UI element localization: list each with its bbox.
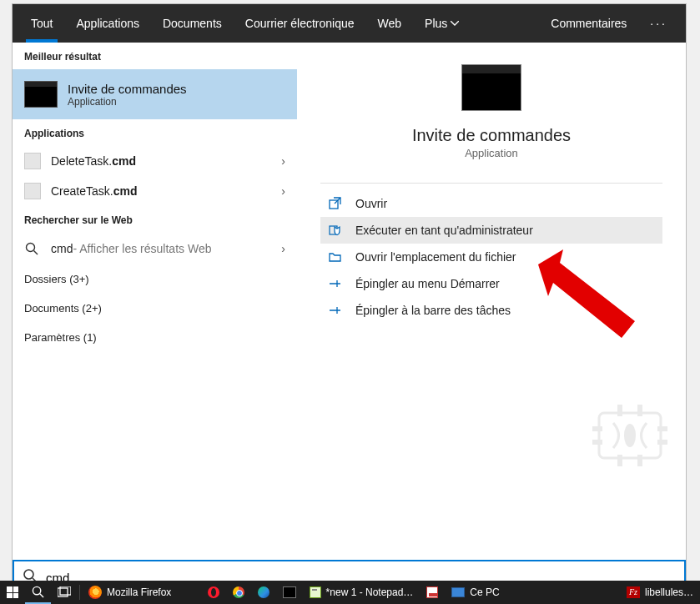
web-search-query: cmd	[51, 242, 73, 255]
taskbar-opera[interactable]	[201, 581, 226, 604]
opera-icon	[208, 586, 219, 598]
filezilla-icon: Fz	[627, 586, 640, 598]
taskbar-chrome[interactable]	[226, 581, 251, 604]
pin-icon	[327, 304, 344, 317]
chevron-right-icon[interactable]: ›	[281, 154, 285, 168]
task-view-button[interactable]	[51, 581, 78, 604]
divider	[320, 183, 662, 184]
tab-email[interactable]: Courrier électronique	[234, 4, 366, 43]
svg-rect-8	[657, 440, 667, 445]
more-options-button[interactable]: ···	[638, 17, 679, 30]
apps-header: Applications	[13, 119, 297, 146]
folder-icon	[327, 250, 344, 264]
action-pin-taskbar-label: Épingler à la barre des tâches	[355, 304, 511, 317]
action-pin-taskbar[interactable]: Épingler à la barre des tâches	[320, 297, 662, 324]
app-result-createtask[interactable]: CreateTask.cmd ›	[13, 176, 297, 206]
action-open[interactable]: Ouvrir	[320, 190, 662, 217]
action-run-as-admin[interactable]: Exécuter en tant qu'administrateur	[320, 217, 662, 244]
edge-icon	[258, 586, 269, 598]
tab-documents[interactable]: Documents	[151, 4, 234, 43]
task-view-icon	[58, 586, 71, 598]
search-icon	[32, 586, 44, 598]
taskbar-separator	[79, 585, 80, 600]
svg-point-0	[27, 244, 35, 252]
chevron-right-icon[interactable]: ›	[281, 184, 285, 198]
web-search-header: Rechercher sur le Web	[13, 206, 297, 233]
svg-rect-5	[592, 426, 602, 431]
chevron-down-icon	[451, 21, 459, 26]
svg-rect-9	[617, 405, 622, 416]
filter-tabbar: Tout Applications Documents Courrier éle…	[13, 4, 686, 43]
svg-rect-4	[599, 413, 661, 458]
tab-applications[interactable]: Applications	[64, 4, 151, 43]
taskbar-this-pc-label: Ce PC	[470, 586, 499, 598]
svg-point-15	[24, 570, 33, 579]
taskbar-cmd[interactable]	[276, 581, 303, 604]
chrome-icon	[233, 586, 244, 598]
tab-more-label: Plus	[425, 17, 447, 30]
svg-rect-11	[617, 455, 622, 466]
action-open-label: Ouvrir	[355, 197, 387, 210]
best-match-header: Meilleur résultat	[13, 43, 297, 69]
start-button[interactable]	[0, 581, 25, 604]
taskbar-filezilla[interactable]: Fz libellules…	[620, 581, 700, 604]
app-result-deletetask[interactable]: DeleteTask.cmd ›	[13, 146, 297, 176]
tab-more[interactable]: Plus	[413, 4, 471, 43]
taskbar-edge[interactable]	[251, 581, 276, 604]
this-pc-icon	[451, 587, 465, 597]
taskbar-firefox[interactable]: Mozilla Firefox	[82, 581, 178, 604]
taskbar-file[interactable]	[420, 581, 445, 604]
windows-logo-icon	[7, 586, 18, 598]
cmd-icon	[283, 586, 296, 598]
svg-point-17	[33, 586, 40, 594]
file-red-icon	[426, 586, 438, 598]
search-window: Tout Applications Documents Courrier éle…	[12, 3, 687, 596]
app-subtitle: Application	[320, 147, 662, 159]
app-title: Invite de commandes	[320, 126, 662, 145]
shield-admin-icon	[327, 224, 344, 237]
category-folders[interactable]: Dossiers (3+)	[13, 264, 297, 294]
action-open-file-location[interactable]: Ouvrir l'emplacement du fichier	[320, 244, 662, 270]
details-pane: Invite de commandes Application Ouvrir E…	[297, 43, 686, 538]
action-open-file-location-label: Ouvrir l'emplacement du fichier	[355, 250, 516, 264]
pin-icon	[327, 277, 344, 290]
svg-rect-12	[637, 455, 642, 466]
chevron-right-icon[interactable]: ›	[281, 242, 285, 255]
category-documents[interactable]: Documents (2+)	[13, 294, 297, 323]
app-result-label: CreateTask.cmd	[51, 184, 138, 198]
action-pin-start[interactable]: Épingler au menu Démarrer	[320, 270, 662, 297]
results-body: Meilleur résultat Invite de commandes Ap…	[13, 43, 686, 538]
best-match-title: Invite de commandes	[68, 82, 187, 96]
web-search-hint: - Afficher les résultats Web	[73, 242, 211, 255]
tab-web[interactable]: Web	[366, 4, 414, 43]
feedback-link[interactable]: Commentaires	[539, 4, 638, 43]
svg-point-13	[624, 424, 636, 447]
taskbar-this-pc[interactable]: Ce PC	[445, 581, 506, 604]
best-match-item[interactable]: Invite de commandes Application	[13, 69, 297, 119]
taskbar-notepadpp-label: *new 1 - Notepad…	[326, 586, 414, 598]
svg-rect-10	[637, 405, 642, 416]
app-large-icon	[461, 64, 521, 111]
best-match-subtitle: Application	[68, 96, 187, 108]
taskbar-search-button[interactable]	[25, 581, 51, 604]
svg-rect-7	[657, 426, 667, 431]
results-left-column: Meilleur résultat Invite de commandes Ap…	[13, 43, 297, 538]
file-icon	[24, 183, 41, 199]
taskbar: Mozilla Firefox *new 1 - Notepad… Ce PC …	[0, 581, 700, 604]
taskbar-filezilla-label: libellules…	[645, 586, 693, 598]
notepadpp-icon	[310, 586, 321, 598]
cmd-app-icon	[24, 81, 58, 108]
taskbar-notepadpp[interactable]: *new 1 - Notepad…	[303, 581, 421, 604]
firefox-icon	[88, 586, 102, 599]
search-icon	[24, 241, 39, 256]
tab-all[interactable]: Tout	[19, 4, 64, 43]
app-result-label: DeleteTask.cmd	[51, 154, 136, 168]
taskbar-firefox-label: Mozilla Firefox	[107, 586, 171, 598]
web-search-item[interactable]: cmd - Afficher les résultats Web ›	[13, 233, 297, 264]
action-run-as-admin-label: Exécuter en tant qu'administrateur	[355, 224, 533, 237]
best-match-text: Invite de commandes Application	[68, 82, 187, 108]
svg-line-1	[34, 251, 38, 255]
svg-line-18	[40, 593, 43, 596]
action-pin-start-label: Épingler au menu Démarrer	[355, 277, 500, 290]
category-settings[interactable]: Paramètres (1)	[13, 323, 297, 352]
